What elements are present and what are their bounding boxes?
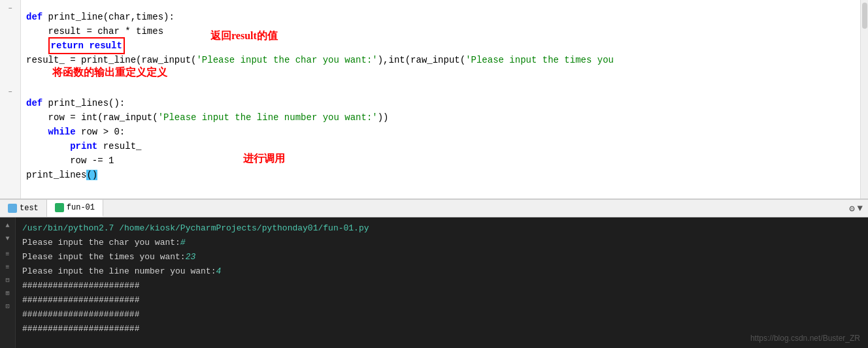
test-tab-icon xyxy=(8,204,17,213)
tabs-right-controls: ⚙ ▼ xyxy=(849,203,868,214)
code-content[interactable]: 返回result的值 将函数的输出重定义定义 进行调用 def print_li… xyxy=(21,0,860,198)
code-line-8: row = int(raw_input('Please input the li… xyxy=(26,103,855,118)
tab-fun-01[interactable]: fun-01 xyxy=(47,200,103,217)
tabs-bar: test fun-01 ⚙ ▼ xyxy=(0,199,868,217)
code-line-6 xyxy=(26,74,855,89)
terminal-hash-4: ####################### xyxy=(22,324,139,334)
terminal-icon-5[interactable]: ⊡ xyxy=(3,301,13,311)
terminal-icon-1[interactable]: ≡ xyxy=(3,249,13,259)
gutter: − − xyxy=(0,0,21,198)
terminal-icon-4[interactable]: ⊞ xyxy=(3,288,13,298)
terminal-output[interactable]: /usr/bin/python2.7 /home/kiosk/PycharmPr… xyxy=(16,217,868,348)
terminal: ▲ ▼ ≡ ≡ ⊟ ⊞ ⊡ /usr/bin/python2.7 /home/k… xyxy=(0,217,868,348)
terminal-icon-2[interactable]: ≡ xyxy=(3,262,13,272)
tab-test[interactable]: test xyxy=(0,200,47,217)
code-line-12: print_lines() xyxy=(26,161,855,175)
fold-marker-1[interactable]: − xyxy=(7,4,14,13)
watermark: https://blog.csdn.net/Buster_ZR xyxy=(750,334,860,343)
code-line-9: while row > 0: xyxy=(26,118,855,132)
terminal-line-1: Please input the char you want:# xyxy=(22,238,186,247)
tab-fun01-label[interactable]: fun-01 xyxy=(67,203,95,212)
terminal-sidebar: ▲ ▼ ≡ ≡ ⊟ ⊞ ⊡ xyxy=(0,217,16,348)
fold-marker-2[interactable]: − xyxy=(7,87,14,97)
code-normal: print_lines xyxy=(26,170,86,180)
terminal-line-2: Please input the times you want:23 xyxy=(22,252,195,262)
fun01-tab-icon xyxy=(55,203,64,212)
terminal-input-3: 4 xyxy=(216,266,221,276)
code-line-2: result = char * times xyxy=(26,17,855,31)
code-line-5 xyxy=(26,60,855,74)
code-editor: − − 返回result的值 将函数的输出重定义定义 进行调用 def prin… xyxy=(0,0,868,199)
chevron-down-icon[interactable]: ▼ xyxy=(858,203,863,214)
terminal-path: /usr/bin/python2.7 /home/kiosk/PycharmPr… xyxy=(22,223,369,233)
terminal-hash-2: ####################### xyxy=(22,295,139,305)
code-line-4: result_ = print_line(raw_input('Please i… xyxy=(26,46,855,60)
selected-parens: () xyxy=(86,170,97,180)
terminal-input-2: 23 xyxy=(186,252,196,262)
terminal-icon-3[interactable]: ⊟ xyxy=(3,275,13,285)
gear-icon[interactable]: ⚙ xyxy=(849,203,854,214)
code-line-10: print result_ xyxy=(26,132,855,146)
code-line-11: row -= 1 xyxy=(26,146,855,161)
editor-scrollbar[interactable] xyxy=(860,0,868,198)
terminal-line-3: Please input the line number you want:4 xyxy=(22,266,221,276)
tab-test-label[interactable]: test xyxy=(20,204,39,213)
terminal-down-icon[interactable]: ▼ xyxy=(3,233,13,244)
terminal-hash-1: ####################### xyxy=(22,281,139,291)
terminal-input-1: # xyxy=(180,238,186,247)
terminal-up-icon[interactable]: ▲ xyxy=(3,220,13,230)
terminal-hash-3: ####################### xyxy=(22,309,139,319)
